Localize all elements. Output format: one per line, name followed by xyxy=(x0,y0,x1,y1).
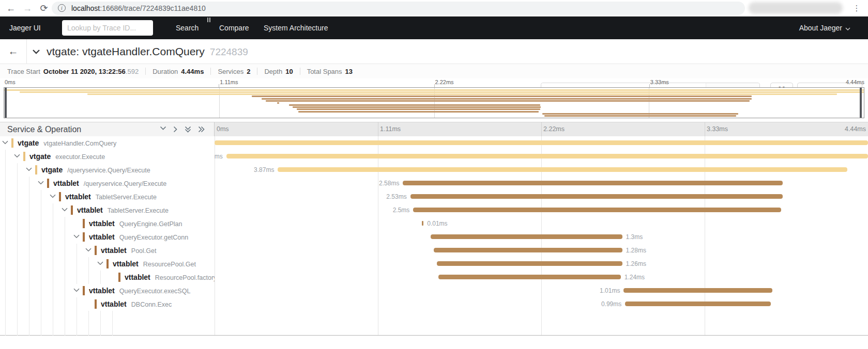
span-expand-chevron-icon[interactable] xyxy=(26,167,32,171)
span-name-cell[interactable]: vttabletDBConn.Exec xyxy=(0,297,215,311)
browser-forward-icon[interactable]: → xyxy=(21,2,34,15)
span-name-cell[interactable]: vtgateexecutor.Execute xyxy=(0,150,215,163)
nav-link-system-architecture[interactable]: System Architecture xyxy=(264,17,328,39)
summary-label: Depth xyxy=(264,68,282,75)
span-duration-bar[interactable] xyxy=(413,208,781,212)
nav-link-search[interactable]: Search xyxy=(176,17,199,39)
span-timeline-cell[interactable]: 2.5ms xyxy=(215,203,868,217)
operation-label: QueryExecutor.getConn xyxy=(119,234,188,241)
span-expand-chevron-icon[interactable] xyxy=(85,248,92,252)
span-row[interactable]: vttablet/queryservice.Query/Execute2.58m… xyxy=(0,177,868,190)
column-resizer-handle[interactable] xyxy=(207,18,212,22)
minimap-right-drag-handle[interactable] xyxy=(860,88,862,118)
summary-item: Depth10 xyxy=(264,68,293,75)
span-expand-chevron-icon[interactable] xyxy=(62,208,68,212)
trace-lookup-input[interactable] xyxy=(62,20,153,36)
indent-guide xyxy=(100,271,101,284)
span-row[interactable]: vttabletTabletServer.Execute2.5ms xyxy=(0,203,868,217)
indent-guide xyxy=(5,311,6,336)
minimap-left-drag-handle[interactable] xyxy=(5,88,7,118)
jaeger-ui-brand[interactable]: Jaeger UI xyxy=(9,17,41,39)
span-expand-chevron-icon[interactable] xyxy=(73,234,80,239)
span-timeline-cell[interactable]: 4.44ms xyxy=(215,136,868,150)
span-duration-bar[interactable] xyxy=(623,288,772,293)
address-bar[interactable]: i localhost:16686/trace/7224839c11ae4810 xyxy=(52,2,745,15)
span-timeline-cell[interactable]: 1.26ms xyxy=(215,257,868,271)
span-name-cell[interactable]: vttabletQueryExecutor.execSQL xyxy=(0,284,215,297)
span-row[interactable]: vttabletResourcePool.Get1.26ms xyxy=(0,257,868,271)
site-info-icon[interactable]: i xyxy=(58,4,66,12)
indent-guide xyxy=(5,297,6,311)
span-timeline-cell[interactable]: 1.3ms xyxy=(215,230,868,244)
span-name-cell[interactable]: vttabletQueryEngine.GetPlan xyxy=(0,217,215,230)
span-duration-bar[interactable] xyxy=(410,194,783,199)
span-duration-bar[interactable] xyxy=(431,234,622,239)
span-timeline-cell[interactable]: 4.36ms xyxy=(215,150,868,163)
span-row[interactable]: vttabletQueryEngine.GetPlan0.01ms xyxy=(0,217,868,230)
span-timeline-cell[interactable]: 2.58ms xyxy=(215,177,868,190)
span-timeline-cell[interactable]: 0.01ms xyxy=(215,217,868,230)
indent-guide xyxy=(17,203,18,217)
expand-one-icon[interactable] xyxy=(173,126,178,133)
back-button[interactable]: ← xyxy=(0,39,27,64)
collapse-trace-chevron-icon[interactable] xyxy=(32,48,40,57)
indent-guide xyxy=(17,271,18,284)
span-name-cell[interactable]: vttabletTabletServer.Execute xyxy=(0,203,215,217)
span-duration-label: 2.5ms xyxy=(393,203,410,217)
browser-reload-icon[interactable]: ⟳ xyxy=(37,2,51,15)
span-timeline-cell[interactable]: 1.28ms xyxy=(215,244,868,257)
timeline-minimap[interactable] xyxy=(4,87,864,118)
span-expand-chevron-icon[interactable] xyxy=(38,181,44,185)
span-timeline-cell[interactable]: 2.53ms xyxy=(215,190,868,203)
span-name-cell[interactable]: vtgatevtgateHandler.ComQuery xyxy=(0,136,215,150)
span-row[interactable]: vttabletPool.Get1.28ms xyxy=(0,244,868,257)
span-row[interactable]: vttabletResourcePool.factory1.24ms xyxy=(0,271,868,284)
browser-back-icon[interactable]: ← xyxy=(4,2,18,15)
span-name-cell[interactable]: vttabletPool.Get xyxy=(0,244,215,257)
span-timeline-cell[interactable]: 1.01ms xyxy=(215,284,868,297)
span-duration-bar[interactable] xyxy=(422,221,423,226)
indent-guide xyxy=(29,257,29,271)
span-row[interactable]: vttabletQueryExecutor.execSQL1.01ms xyxy=(0,284,868,297)
span-timeline-cell[interactable]: 3.87ms xyxy=(215,163,868,177)
span-duration-bar[interactable] xyxy=(437,261,622,266)
collapse-one-icon[interactable] xyxy=(160,126,166,133)
span-expand-chevron-icon[interactable] xyxy=(73,288,80,292)
nav-link-compare[interactable]: Compare xyxy=(219,17,249,39)
summary-separator xyxy=(145,68,146,75)
collapse-all-icon[interactable] xyxy=(185,126,191,133)
span-duration-bar[interactable] xyxy=(226,154,868,158)
span-expand-chevron-icon[interactable] xyxy=(97,261,103,265)
span-row[interactable]: vttabletQueryExecutor.getConn1.3ms xyxy=(0,230,868,244)
about-jaeger-menu[interactable]: About Jaeger xyxy=(799,17,850,39)
expand-all-icon[interactable] xyxy=(198,126,205,133)
minimap-span-bar xyxy=(266,100,750,102)
service-label: vttablet xyxy=(89,219,115,228)
span-timeline-cell[interactable]: 0.99ms xyxy=(215,297,868,311)
span-name-cell[interactable]: vttabletQueryExecutor.getConn xyxy=(0,230,215,244)
indent-guide xyxy=(53,217,53,230)
span-duration-bar[interactable] xyxy=(438,275,621,279)
span-duration-bar[interactable] xyxy=(403,181,782,185)
span-row[interactable]: vtgatevtgateHandler.ComQuery4.44ms xyxy=(0,136,868,150)
span-duration-bar[interactable] xyxy=(215,140,868,145)
span-name-cell[interactable]: vttabletTabletServer.Execute xyxy=(0,190,215,203)
span-expand-chevron-icon[interactable] xyxy=(14,154,20,158)
span-duration-bar[interactable] xyxy=(278,167,847,172)
span-name-cell[interactable]: vttabletResourcePool.factory xyxy=(0,271,215,284)
span-row[interactable]: vttabletTabletServer.Execute2.53ms xyxy=(0,190,868,203)
span-duration-bar[interactable] xyxy=(434,248,622,252)
span-name-cell[interactable]: vtgate/queryservice.Query/Execute xyxy=(0,163,215,177)
span-name-cell[interactable]: vttablet/queryservice.Query/Execute xyxy=(0,177,215,190)
span-name-cell[interactable]: vttabletResourcePool.Get xyxy=(0,257,215,271)
span-expand-chevron-icon[interactable] xyxy=(2,140,8,145)
span-expand-chevron-icon[interactable] xyxy=(50,194,56,198)
span-timeline-cell[interactable]: 1.24ms xyxy=(215,271,868,284)
span-duration-bar[interactable] xyxy=(625,302,771,306)
browser-menu-icon[interactable]: ⋮ xyxy=(850,2,863,15)
indent-guide xyxy=(29,230,29,244)
span-row[interactable]: vtgate/queryservice.Query/Execute3.87ms xyxy=(0,163,868,177)
summary-label: Total Spans xyxy=(307,68,342,75)
span-row[interactable]: vttabletDBConn.Exec0.99ms xyxy=(0,297,868,311)
span-row[interactable]: vtgateexecutor.Execute4.36ms xyxy=(0,150,868,163)
